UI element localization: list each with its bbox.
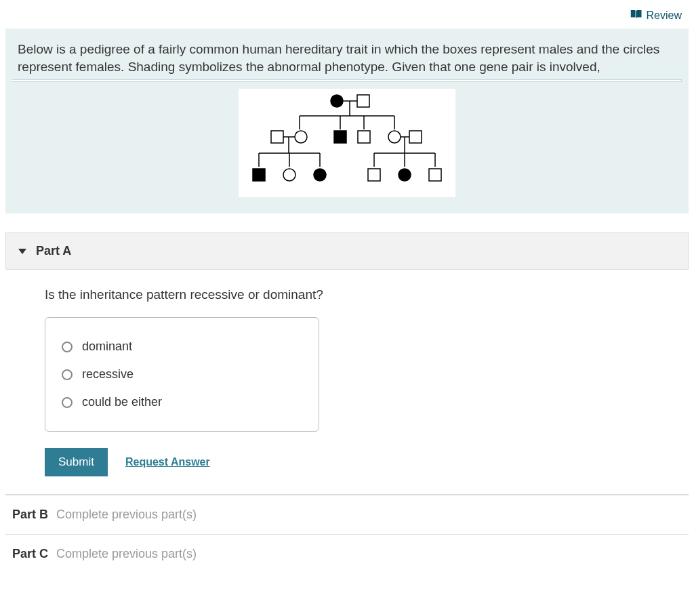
radio-icon (62, 397, 73, 408)
svg-point-28 (283, 169, 295, 181)
chevron-down-icon (18, 249, 26, 254)
radio-icon (62, 342, 73, 352)
option-dominant[interactable]: dominant (62, 333, 302, 361)
option-label: dominant (82, 340, 132, 354)
svg-rect-9 (271, 131, 283, 143)
svg-rect-32 (429, 169, 441, 181)
radio-icon (62, 369, 73, 380)
svg-point-31 (399, 169, 411, 181)
option-label: could be either (82, 395, 162, 409)
scroll-placeholder (12, 79, 682, 82)
options-group: dominant recessive could be either (45, 317, 319, 432)
review-label: Review (647, 9, 682, 22)
review-link[interactable]: Review (630, 9, 682, 22)
part-a-title: Part A (36, 244, 71, 258)
top-bar: Review (5, 7, 689, 28)
svg-rect-27 (253, 169, 265, 181)
request-answer-link[interactable]: Request Answer (125, 456, 210, 468)
svg-point-14 (388, 131, 401, 143)
svg-rect-30 (368, 169, 380, 181)
pedigree-image-wrap (18, 89, 676, 197)
question-text: Is the inheritance pattern recessive or … (45, 287, 676, 302)
svg-rect-15 (409, 131, 422, 143)
option-recessive[interactable]: recessive (62, 361, 302, 388)
problem-statement: Below is a pedigree of a fairly common h… (5, 28, 689, 213)
pedigree-image (239, 89, 455, 197)
actions-row: Submit Request Answer (45, 448, 676, 476)
svg-point-0 (331, 95, 343, 107)
part-c-title: Part C (12, 547, 48, 561)
svg-rect-1 (357, 95, 369, 107)
part-a-body: Is the inheritance pattern recessive or … (5, 270, 689, 495)
option-either[interactable]: could be either (62, 388, 302, 416)
svg-point-10 (295, 131, 307, 143)
svg-point-29 (314, 169, 326, 181)
part-c-row: Part C Complete previous part(s) (5, 534, 689, 573)
option-label: recessive (82, 367, 134, 382)
submit-button[interactable]: Submit (45, 448, 108, 476)
book-icon (630, 9, 642, 22)
svg-rect-12 (334, 131, 346, 143)
part-b-message: Complete previous part(s) (56, 508, 197, 522)
svg-rect-13 (358, 131, 370, 143)
part-a-header[interactable]: Part A (5, 232, 689, 270)
part-b-row: Part B Complete previous part(s) (5, 495, 689, 534)
part-c-message: Complete previous part(s) (56, 547, 197, 561)
part-b-title: Part B (12, 508, 48, 522)
problem-text: Below is a pedigree of a fairly common h… (18, 41, 676, 75)
